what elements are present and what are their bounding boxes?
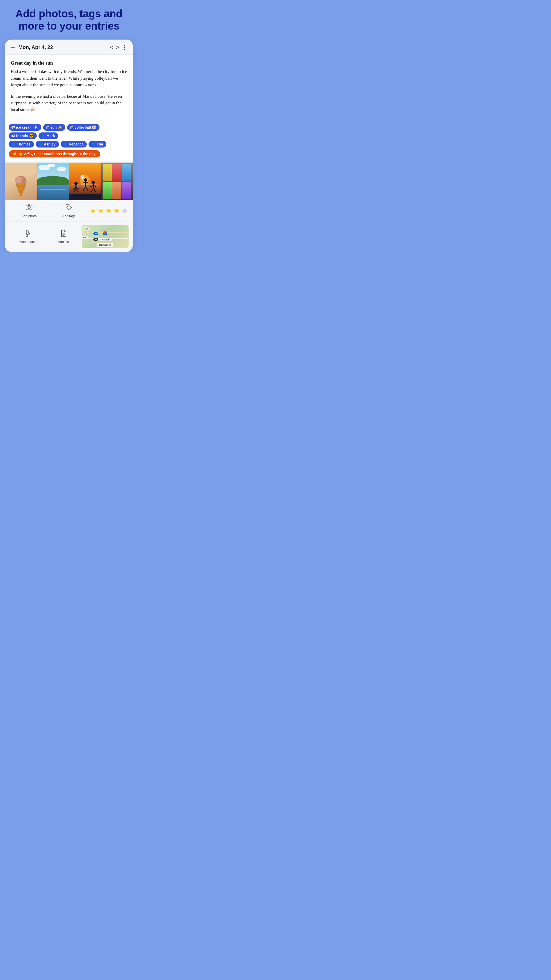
tag-tim[interactable]: 👤 Tim xyxy=(89,141,106,148)
beer-image xyxy=(101,162,133,200)
entry-body: Had a wonderful day with my friends. We … xyxy=(11,68,127,113)
svg-rect-33 xyxy=(26,205,32,210)
person-icon: 👤 xyxy=(38,142,43,146)
tags-section: 🏷 ice cream 🍦 🏷 sun ☀️ 🏷 volleyball 🏐 🏷 … xyxy=(5,121,133,161)
add-file-button[interactable]: Add file xyxy=(45,230,82,244)
tag-ashley[interactable]: 👤 Ashley xyxy=(36,141,59,148)
svg-point-36 xyxy=(67,206,68,207)
star-1[interactable]: ★ xyxy=(90,207,96,215)
weather-bar: ☀️ ☀️ 27°C, Clear conditions throughout … xyxy=(9,149,129,159)
next-entry-button[interactable]: > xyxy=(116,44,119,51)
add-audio-label: Add audio xyxy=(20,240,35,244)
action-row-2: Add audio Add file xyxy=(5,221,133,252)
tag-volleyball-label: volleyball 🏐 xyxy=(75,125,96,129)
volleyball-image xyxy=(69,162,101,200)
entry-content: Great day in the sun Had a wonderful day… xyxy=(5,55,133,121)
star-5[interactable]: ★ xyxy=(121,207,128,215)
tag-mark[interactable]: 👤 Mark xyxy=(38,132,59,139)
person-icon: 👤 xyxy=(63,142,68,146)
tag-rebecca[interactable]: 👤 Rebecca xyxy=(61,141,87,148)
person-icon: 👤 xyxy=(41,134,45,138)
photo-icon xyxy=(25,204,33,213)
photo-volleyball[interactable] xyxy=(68,162,101,200)
tag-label-icon: 🏷 xyxy=(46,125,49,129)
entry-paragraph-1: Had a wonderful day with my friends. We … xyxy=(11,68,127,89)
hero-title: Add photos, tags and more to your entrie… xyxy=(5,8,133,32)
audio-icon xyxy=(24,230,31,239)
entry-date: Mon, Apr 4, 22 xyxy=(18,45,110,50)
card-header: ← Mon, Apr 4, 22 < > ⋮ xyxy=(5,40,133,55)
photo-icecream[interactable] xyxy=(5,162,37,200)
tag-friends[interactable]: 🏷 friends 😎 xyxy=(9,132,37,139)
tag-ice-cream-label: ice cream 🍦 xyxy=(16,125,38,129)
svg-point-13 xyxy=(74,182,78,185)
header-nav: < > ⋮ xyxy=(110,44,127,51)
tag-volleyball[interactable]: 🏷 volleyball 🏐 xyxy=(67,124,100,130)
back-button[interactable]: ← xyxy=(10,44,16,51)
icecream-image xyxy=(13,174,29,200)
tag-rebecca-label: Rebecca xyxy=(69,142,84,146)
star-3[interactable]: ★ xyxy=(106,207,112,215)
tag-ashley-label: Ashley xyxy=(44,142,56,146)
tag-sun-label: sun ☀️ xyxy=(51,125,62,129)
person-tags-row: 👤 Thomas 👤 Ashley 👤 Rebecca 👤 Tim xyxy=(9,141,129,148)
star-2[interactable]: ★ xyxy=(98,207,104,215)
add-tags-button[interactable]: Add tags xyxy=(49,204,89,218)
svg-marker-2 xyxy=(16,184,26,196)
add-photo-label: Add photo xyxy=(21,214,37,218)
photo-river[interactable] xyxy=(37,162,69,200)
activity-tags-row: 🏷 ice cream 🍦 🏷 sun ☀️ 🏷 volleyball 🏐 🏷 … xyxy=(9,124,129,139)
svg-point-34 xyxy=(28,206,30,209)
map-location-label: Chandler xyxy=(97,243,113,247)
file-icon xyxy=(60,230,67,239)
weather-text: ☀️ 27°C, Clear conditions throughout the… xyxy=(19,152,96,156)
person-icon: 👤 xyxy=(11,142,16,146)
tag-friends-label: friends 😎 xyxy=(16,134,33,138)
svg-rect-37 xyxy=(26,230,28,234)
star-4[interactable]: ★ xyxy=(114,207,120,215)
entry-paragraph-2: In the evening we had a nice barbecue at… xyxy=(11,93,127,113)
tag-tim-label: Tim xyxy=(97,142,103,146)
add-file-label: Add file xyxy=(58,240,69,244)
svg-point-25 xyxy=(92,181,95,184)
photo-beer[interactable] xyxy=(101,162,133,200)
map-pin-icon: 📍 xyxy=(102,231,108,237)
tag-thomas[interactable]: 👤 Thomas xyxy=(9,141,34,148)
svg-point-31 xyxy=(81,175,84,179)
action-row-1: Add photo Add tags ★ ★ ★ ★ ★ xyxy=(5,200,133,221)
prev-entry-button[interactable]: < xyxy=(110,44,113,51)
tag-thomas-label: Thomas xyxy=(17,142,30,146)
star-rating[interactable]: ★ ★ ★ ★ ★ xyxy=(89,207,129,215)
tag-label-icon: 🏷 xyxy=(70,125,73,129)
more-options-button[interactable]: ⋮ xyxy=(122,44,127,51)
tag-ice-cream[interactable]: 🏷 ice cream 🍦 xyxy=(9,124,41,130)
person-icon: 👤 xyxy=(91,142,95,146)
journal-card: ← Mon, Apr 4, 22 < > ⋮ Great day in the … xyxy=(5,40,133,252)
svg-point-19 xyxy=(84,178,87,181)
tag-label-icon: 🏷 xyxy=(11,125,15,129)
tag-label-icon: 🏷 xyxy=(11,134,15,138)
river-image xyxy=(37,162,69,200)
entry-title: Great day in the sun xyxy=(11,60,127,66)
action-bar: Add photo Add tags ★ ★ ★ ★ ★ xyxy=(5,200,133,252)
add-tags-label: Add tags xyxy=(62,214,75,218)
photos-row xyxy=(5,162,133,200)
tag-sun[interactable]: 🏷 sun ☀️ xyxy=(43,124,65,130)
tag-icon xyxy=(65,204,73,213)
tag-mark-label: Mark xyxy=(47,134,55,138)
weather-icon: ☀️ xyxy=(13,152,17,156)
add-photo-button[interactable]: Add photo xyxy=(9,204,49,218)
svg-rect-32 xyxy=(69,194,101,199)
svg-point-1 xyxy=(15,177,22,183)
map-preview[interactable]: Por ale 54 22 30 44 📍 Chandler Capalaba xyxy=(82,225,129,248)
add-audio-button[interactable]: Add audio xyxy=(9,230,45,244)
